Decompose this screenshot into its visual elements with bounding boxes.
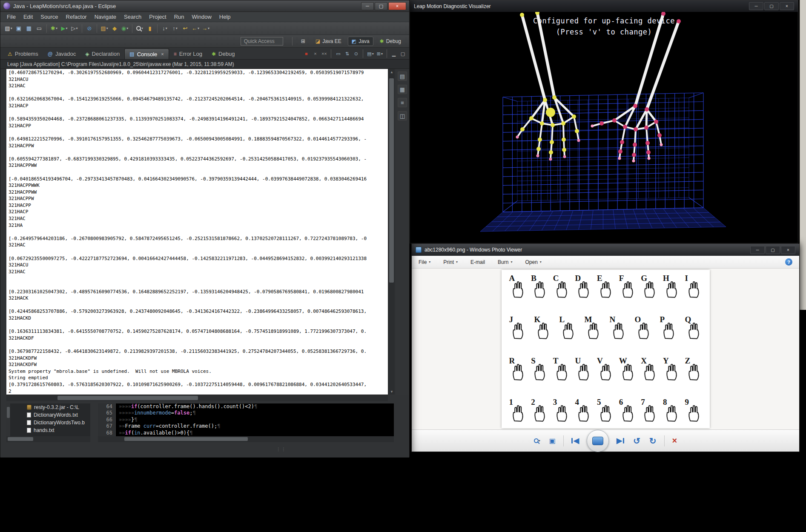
- minimize-button[interactable]: ─: [361, 2, 374, 10]
- type-hierarchy-button[interactable]: ≡: [398, 98, 407, 107]
- eclipse-titlebar[interactable]: Java - LeapMotion/src/Leap.java - Eclips…: [0, 0, 409, 12]
- menu-file[interactable]: File: [3, 13, 20, 21]
- terminate-button[interactable]: ■: [302, 50, 310, 57]
- console-output[interactable]: [0.4607286751270294, -0.3026197552680969…: [6, 69, 388, 395]
- scroll-lock-button[interactable]: ⇅: [343, 50, 351, 57]
- previous-annotation-button[interactable]: ↑▾: [170, 24, 180, 33]
- scrollbar-thumb[interactable]: [389, 78, 394, 283]
- new-java-package-button[interactable]: ◆: [110, 24, 119, 33]
- scrollbar-thumb[interactable]: [7, 407, 10, 418]
- forward-button[interactable]: →▾: [201, 24, 210, 33]
- save-button[interactable]: ▣: [14, 24, 23, 33]
- open-console-button[interactable]: ⊞▾: [376, 50, 384, 57]
- perspective-java-ee[interactable]: ◪Java EE: [312, 37, 345, 46]
- close-tab-icon[interactable]: ×: [161, 51, 163, 57]
- tab-declaration[interactable]: ◈Declaration: [80, 49, 124, 59]
- photo-viewer-titlebar[interactable]: abc1280x960.png - Windows Photo Viewer ─…: [412, 244, 799, 256]
- open-search-dialog-button[interactable]: ▾: [135, 24, 144, 33]
- quick-access-input[interactable]: Quick Access: [241, 37, 283, 46]
- code-editor-panel[interactable]: 6465666768 »»»»if(controller.frame().han…: [98, 403, 394, 436]
- console-vertical-scrollbar[interactable]: ▲ ▼: [388, 69, 395, 395]
- run-button[interactable]: ▶▾: [60, 24, 69, 33]
- menu-help[interactable]: Help: [215, 13, 235, 21]
- editor-horizontal-scrollbar[interactable]: [98, 436, 394, 442]
- pin-console-button[interactable]: ⊙: [352, 50, 360, 57]
- save-all-button[interactable]: ▦: [24, 24, 34, 33]
- delete-button[interactable]: ×: [671, 435, 679, 447]
- menu-search[interactable]: Search: [120, 13, 145, 21]
- display-selected-console-button[interactable]: ▤▾: [366, 50, 374, 57]
- debug-button[interactable]: ✱▾: [49, 24, 59, 33]
- zoom-button[interactable]: ▾: [533, 437, 542, 444]
- menu-source[interactable]: Source: [37, 13, 62, 21]
- next-button[interactable]: ▶: [615, 435, 625, 446]
- menu-project[interactable]: Project: [145, 13, 170, 21]
- close-button[interactable]: ×: [780, 2, 794, 10]
- maximize-button[interactable]: ▢: [375, 2, 387, 10]
- previous-button[interactable]: ◀: [570, 435, 580, 446]
- package-explorer-button[interactable]: ▦: [398, 85, 407, 94]
- close-button[interactable]: ×: [781, 246, 795, 254]
- tree-item-dictionarywords-txt[interactable]: DictionaryWords.txt: [6, 411, 90, 419]
- editor-code[interactable]: »»»»if(controller.frame().hands().count(…: [116, 403, 394, 436]
- next-annotation-button[interactable]: ↓▾: [160, 24, 169, 33]
- visualizer-titlebar[interactable]: Leap Motion Diagnostic Visualizer ─ ▢ ×: [410, 0, 798, 12]
- maximize-button[interactable]: ▢: [766, 246, 780, 254]
- pv-menu-burn[interactable]: Burn▾: [498, 259, 512, 265]
- menu-run[interactable]: Run: [170, 13, 188, 21]
- rotate-counterclockwise-button[interactable]: ↺: [632, 435, 642, 447]
- minimize-view-button[interactable]: ▁: [390, 50, 398, 57]
- tree-item-hands-txt[interactable]: hands.txt: [6, 426, 90, 434]
- console-horizontal-scrollbar[interactable]: [6, 395, 388, 401]
- print-button[interactable]: ▭: [34, 24, 44, 33]
- scrollbar-thumb[interactable]: [57, 396, 198, 400]
- pv-menu-open[interactable]: Open▾: [525, 259, 541, 265]
- new-java-class-button[interactable]: ◉▾: [120, 24, 129, 33]
- menu-window[interactable]: Window: [188, 13, 215, 21]
- maximize-view-button[interactable]: ▢: [399, 50, 407, 57]
- play-slideshow-button[interactable]: [587, 430, 609, 452]
- maximize-button[interactable]: ▢: [764, 2, 779, 10]
- toggle-mark-occurrences-button[interactable]: ▮: [145, 24, 155, 33]
- perspective-java[interactable]: ◩Java: [348, 37, 373, 46]
- skip-all-breakpoints-button[interactable]: ⊘: [85, 24, 94, 33]
- outline-button[interactable]: ◫: [398, 111, 407, 120]
- restore-console-view-button[interactable]: ▤: [398, 72, 407, 81]
- pv-menu-e-mail[interactable]: E-mail: [470, 259, 485, 265]
- perspective-debug[interactable]: ✱Debug: [376, 37, 405, 46]
- visualizer-viewport[interactable]: Configured for up-facing device (Press '…: [410, 12, 798, 243]
- open-perspective-button[interactable]: ⊞: [297, 37, 309, 46]
- scrollbar-thumb[interactable]: [124, 437, 248, 441]
- last-edit-location-button[interactable]: ↩: [181, 24, 190, 33]
- back-button[interactable]: ←▾: [191, 24, 200, 33]
- explorer-vertical-scrollbar[interactable]: [6, 403, 10, 436]
- rotate-clockwise-button[interactable]: ↻: [648, 435, 658, 447]
- tab-javadoc[interactable]: @Javadoc: [43, 49, 81, 59]
- clear-console-button[interactable]: ▭: [334, 50, 342, 57]
- new-button[interactable]: ▧▾: [4, 24, 13, 33]
- pv-menu-file[interactable]: File▾: [419, 259, 430, 265]
- scroll-up-icon[interactable]: ▲: [388, 69, 395, 75]
- tree-item-dictionarywordstwo-b[interactable]: DictionaryWordsTwo.b: [6, 419, 90, 426]
- scrollbar-thumb[interactable]: [8, 437, 33, 441]
- menu-refactor[interactable]: Refactor: [62, 13, 91, 21]
- run-external-tools-button[interactable]: ▷▾: [70, 24, 79, 33]
- pv-menu-print[interactable]: Print▾: [443, 259, 458, 265]
- tab-console[interactable]: ▤Console×: [124, 49, 169, 59]
- tab-problems[interactable]: ⚠Problems: [3, 49, 43, 59]
- menu-navigate[interactable]: Navigate: [91, 13, 120, 21]
- new-java-project-button[interactable]: ▨▾: [100, 24, 109, 33]
- minimize-button[interactable]: ─: [749, 2, 763, 10]
- actual-size-button[interactable]: ▣: [548, 435, 557, 446]
- window-resize-grip[interactable]: ⋮⋮: [276, 447, 287, 452]
- help-icon[interactable]: ?: [785, 258, 792, 266]
- remove-launch-button[interactable]: ×: [311, 50, 319, 57]
- explorer-horizontal-scrollbar[interactable]: [6, 436, 90, 442]
- scroll-down-icon[interactable]: ▼: [388, 389, 395, 395]
- remove-all-terminated-button[interactable]: ××: [320, 50, 328, 57]
- minimize-button[interactable]: ─: [750, 246, 765, 254]
- tree-item-resty-0-3-2-jar-c-l[interactable]: resty-0.3.2.jar - C:\L: [6, 403, 90, 411]
- tab-debug[interactable]: ✱Debug: [207, 49, 239, 59]
- menu-edit[interactable]: Edit: [20, 13, 37, 21]
- close-button[interactable]: ×: [388, 2, 406, 10]
